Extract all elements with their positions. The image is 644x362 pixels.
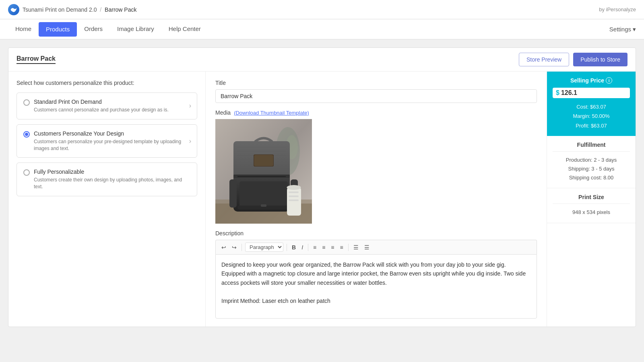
- ordered-list-button[interactable]: ☰: [363, 243, 371, 251]
- list-button[interactable]: ☰: [352, 243, 360, 251]
- option-standard-desc: Customers cannot personalize and purchas…: [34, 107, 169, 113]
- option-personalize-desc: Customers can personalize your pre-desig…: [34, 138, 190, 152]
- option-fully-title: Fully Personalizable: [34, 169, 190, 175]
- topbar-page-name: Barrow Pack: [105, 6, 136, 13]
- settings-label: Settings: [609, 26, 631, 33]
- align-justify-button[interactable]: ≡: [339, 243, 345, 251]
- chevron-right-icon: ›: [189, 102, 191, 109]
- align-center-button[interactable]: ≡: [320, 243, 327, 251]
- align-right-button[interactable]: ≡: [329, 243, 336, 251]
- radio-fully[interactable]: [23, 169, 30, 176]
- title-label: Title: [215, 80, 537, 86]
- middle-panel: Title Media (Download Thumbnail Template…: [206, 72, 547, 327]
- selling-price-section: Selling Price i $ Cost: $63.07 Margin: 5…: [547, 72, 636, 136]
- toolbar-divider-3: [308, 244, 308, 251]
- redo-button[interactable]: ↪: [230, 243, 238, 251]
- svg-rect-18: [229, 179, 237, 208]
- page-title: Barrow Pack: [17, 55, 56, 64]
- description-label: Description: [215, 230, 537, 237]
- shipping-cost-text: Shipping cost: 8.00: [553, 173, 630, 182]
- description-paragraph-2: Imprint Method: Laser etch on leather pa…: [221, 296, 531, 305]
- svg-rect-15: [239, 181, 288, 208]
- price-details: Cost: $63.07 Margin: 50.00% Profit: $63.…: [553, 102, 630, 130]
- svg-rect-17: [261, 204, 266, 207]
- bold-button[interactable]: B: [290, 243, 297, 251]
- radio-standard[interactable]: [23, 99, 30, 106]
- svg-rect-24: [289, 200, 299, 201]
- left-panel: Select how customers personalize this pr…: [8, 72, 206, 327]
- chevron-right-icon-2: ›: [189, 138, 191, 145]
- margin-text: Margin: 50.00%: [553, 111, 630, 121]
- price-input-wrap: $: [553, 88, 630, 98]
- nav-links: Home Products Orders Image Library Help …: [8, 19, 208, 39]
- nav: Home Products Orders Image Library Help …: [0, 19, 644, 39]
- svg-rect-23: [289, 195, 299, 197]
- shipping-text: Shipping: 3 - 5 days: [553, 165, 630, 173]
- chevron-down-icon: ▾: [633, 26, 636, 33]
- radio-personalize[interactable]: [23, 131, 30, 138]
- option-personalize[interactable]: Customers Personalize Your Design Custom…: [17, 124, 197, 158]
- italic-button[interactable]: I: [300, 243, 305, 251]
- toolbar-divider-1: [242, 244, 242, 251]
- nav-item-home[interactable]: Home: [8, 19, 39, 39]
- by-label: by iPersonalyze: [599, 6, 636, 12]
- description-paragraph-1: Designed to keep your work gear organize…: [221, 260, 531, 287]
- option-standard-text: Standard Print On Demand Customers canno…: [34, 99, 169, 113]
- nav-item-products[interactable]: Products: [39, 22, 77, 37]
- option-fully-text: Fully Personalizable Customers create th…: [34, 169, 190, 190]
- publish-button[interactable]: Publish to Store: [573, 53, 627, 66]
- content-layout: Select how customers personalize this pr…: [8, 72, 636, 327]
- product-image: [215, 119, 312, 224]
- media-label-text: Media: [215, 109, 231, 116]
- option-fully[interactable]: Fully Personalizable Customers create th…: [17, 162, 197, 196]
- profit-text: Profit: $63.07: [553, 121, 630, 130]
- paragraph-select[interactable]: Paragraph: [245, 243, 283, 252]
- toolbar-divider-2: [287, 244, 287, 251]
- right-panel: Selling Price i $ Cost: $63.07 Margin: 5…: [547, 72, 636, 327]
- print-dimensions: 948 x 534 pixels: [553, 208, 630, 217]
- topbar-right: by iPersonalyze: [599, 6, 636, 12]
- title-input[interactable]: [215, 89, 537, 103]
- price-currency: $: [556, 89, 559, 97]
- app-name-text: Tsunami Print on Demand 2.0: [23, 6, 97, 13]
- store-preview-button[interactable]: Store Preview: [519, 53, 569, 66]
- option-personalize-text: Customers Personalize Your Design Custom…: [34, 130, 190, 152]
- page-actions: Store Preview Publish to Store: [519, 53, 627, 66]
- option-personalize-title: Customers Personalize Your Design: [34, 130, 190, 137]
- svg-rect-22: [289, 191, 299, 193]
- editor-toolbar: ↩ ↪ Paragraph B I ≡ ≡ ≡ ≡ ☰ ☰: [215, 240, 537, 254]
- selling-price-label: Selling Price: [570, 77, 604, 84]
- print-size-section: Print Size 948 x 534 pixels: [547, 188, 636, 223]
- topbar-left: Tsunami Print on Demand 2.0 / Barrow Pac…: [8, 4, 136, 15]
- nav-settings[interactable]: Settings ▾: [609, 26, 636, 33]
- cost-text: Cost: $63.07: [553, 102, 630, 111]
- page-card: Barrow Pack Store Preview Publish to Sto…: [8, 47, 636, 327]
- panel-instruction: Select how customers personalize this pr…: [17, 80, 197, 86]
- fulfillment-section: Fulfillment Production: 2 - 3 days Shipp…: [547, 136, 636, 188]
- nav-item-image-library[interactable]: Image Library: [110, 19, 161, 39]
- download-thumbnail-link[interactable]: (Download Thumbnail Template): [234, 110, 309, 116]
- undo-button[interactable]: ↩: [220, 243, 228, 251]
- editor-body[interactable]: Designed to keep your work gear organize…: [215, 254, 537, 319]
- align-left-button[interactable]: ≡: [312, 243, 318, 251]
- title-separator: /: [100, 6, 101, 13]
- production-text: Production: 2 - 3 days: [553, 156, 630, 165]
- app-logo: [8, 4, 19, 15]
- app-title: Tsunami Print on Demand 2.0 / Barrow Pac…: [23, 6, 136, 13]
- info-icon[interactable]: i: [606, 77, 612, 84]
- print-size-title: Print Size: [553, 194, 630, 204]
- price-input[interactable]: [561, 89, 593, 97]
- option-standard-title: Standard Print On Demand: [34, 99, 169, 105]
- nav-item-orders[interactable]: Orders: [77, 19, 110, 39]
- option-fully-desc: Customers create their own design by upl…: [34, 177, 190, 190]
- topbar: Tsunami Print on Demand 2.0 / Barrow Pac…: [0, 0, 644, 19]
- page-header: Barrow Pack Store Preview Publish to Sto…: [8, 48, 636, 72]
- toolbar-divider-4: [348, 244, 349, 251]
- svg-rect-13: [254, 155, 273, 166]
- option-standard[interactable]: Standard Print On Demand Customers canno…: [17, 93, 197, 119]
- main-wrapper: Barrow Pack Store Preview Publish to Sto…: [0, 39, 644, 335]
- fulfillment-title: Fulfillment: [553, 142, 630, 152]
- nav-item-help-center[interactable]: Help Center: [161, 19, 208, 39]
- svg-point-21: [287, 185, 301, 190]
- selling-price-title: Selling Price i: [553, 77, 630, 84]
